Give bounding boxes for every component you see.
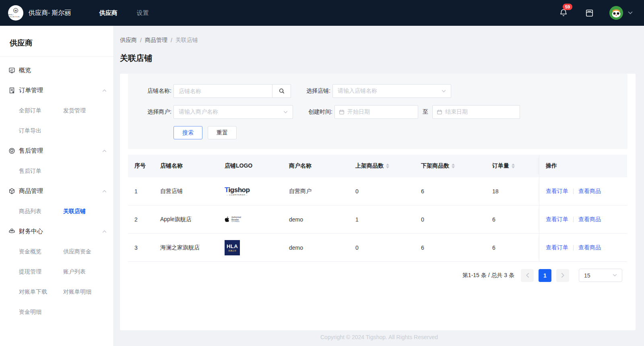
sort-desc-icon[interactable] — [452, 166, 455, 168]
tigshop-logo-rest: igshop — [229, 186, 250, 194]
start-date-input[interactable]: 开始日期 — [334, 105, 418, 119]
chevron-down-icon — [283, 111, 288, 114]
select-merchant-placeholder: 请输入商户名称 — [179, 108, 283, 116]
reset-button[interactable]: 重置 — [208, 126, 237, 139]
page-number-1[interactable]: 1 — [539, 269, 551, 282]
breadcrumb-separator: / — [140, 37, 142, 44]
table-row: 1 自营店铺 Tigshop — 企业级跨境电商系统 — 自营商户 0 6 18… — [128, 177, 627, 205]
view-orders-link[interactable]: 查看订单 — [546, 244, 568, 251]
col-actions: 操作 — [539, 155, 627, 177]
view-products-link[interactable]: 查看商品 — [578, 216, 601, 223]
breadcrumb-separator: / — [171, 37, 172, 44]
sort-asc-icon[interactable] — [452, 164, 455, 166]
shop-name: 自营店铺 — [154, 177, 218, 205]
sidebar-group-aftersale[interactable]: 售后管理 — [0, 141, 114, 161]
next-page-button[interactable] — [556, 269, 569, 282]
nav-supplier[interactable]: 供应商 — [99, 9, 118, 17]
calendar-icon — [437, 109, 442, 115]
sidebar-item-product-list[interactable]: 商品列表 — [19, 201, 63, 221]
search-button[interactable]: 搜索 — [173, 126, 202, 139]
sidebar-item-overview[interactable]: 概览 — [0, 60, 114, 80]
sidebar-item-withdrawal[interactable]: 提现管理 — [19, 261, 63, 282]
user-avatar[interactable] — [609, 6, 623, 20]
avatar-chevron-down-icon[interactable] — [628, 11, 633, 15]
search-icon — [279, 88, 285, 94]
shop-name: Apple旗舰店 — [154, 205, 218, 234]
sort-desc-icon[interactable] — [386, 166, 389, 168]
breadcrumb-supplier[interactable]: 供应商 — [120, 37, 137, 44]
sidebar-group-label: 商品管理 — [19, 187, 43, 195]
view-orders-link[interactable]: 查看订单 — [546, 216, 568, 223]
finance-icon — [8, 228, 15, 235]
sort-asc-icon[interactable] — [512, 164, 515, 166]
end-date-placeholder: 结束日期 — [445, 108, 468, 116]
sidebar-group-products[interactable]: 商品管理 — [0, 181, 114, 201]
view-products-link[interactable]: 查看商品 — [578, 188, 601, 195]
select-shop-dropdown[interactable]: 请输入店铺名称 — [332, 84, 451, 98]
aftersale-submenu: 售后订单 — [0, 161, 114, 181]
notification-badge: 59 — [563, 4, 572, 10]
sidebar-item-supplier-funds[interactable]: 供应商资金 — [63, 241, 107, 261]
view-products-link[interactable]: 查看商品 — [578, 244, 601, 251]
actions-cell: 查看订单 查看商品 — [539, 234, 627, 262]
tigshop-logo: Tigshop — 企业级跨境电商系统 — — [225, 186, 250, 196]
sidebar-item-all-orders[interactable]: 全部订单 — [19, 100, 63, 120]
apple-logo: Authorized Reseller 官方授权店 — [225, 216, 241, 223]
chevron-up-icon[interactable] — [102, 89, 107, 92]
filter-panel: 店铺名称: 选择店铺: 请输入店铺名称 — [128, 74, 627, 149]
sidebar-item-shipping[interactable]: 发货管理 — [63, 100, 107, 120]
view-orders-link[interactable]: 查看订单 — [546, 188, 568, 195]
content-card: 店铺名称: 选择店铺: 请输入店铺名称 — [120, 74, 636, 330]
row-index: 3 — [128, 234, 154, 262]
sidebar-item-funds-detail[interactable]: 资金明细 — [19, 302, 63, 322]
sort-control[interactable] — [512, 164, 515, 168]
sidebar-item-statement-detail[interactable]: 对账单明细 — [63, 282, 107, 302]
sidebar-item-funds-overview[interactable]: 资金概览 — [19, 241, 63, 261]
sidebar-item-aftersale-orders[interactable]: 售后订单 — [19, 161, 63, 181]
date-range-to-label: 至 — [423, 108, 428, 116]
sidebar-group-orders[interactable]: 订单管理 — [0, 80, 114, 100]
prev-page-button[interactable] — [521, 269, 534, 282]
store-switcher[interactable] — [585, 8, 594, 18]
sort-control[interactable] — [452, 164, 455, 168]
pagination: 第1-15 条 / 总共 3 条 1 15 — [120, 269, 622, 282]
hla-logo-subtext: 海澜之家 — [228, 250, 236, 252]
sidebar-group-label: 售后管理 — [19, 147, 43, 155]
table-row: 2 Apple旗舰店 Authorized Reseller 官方授权店 — [128, 205, 627, 234]
breadcrumb-linked-shops: 关联店铺 — [175, 37, 198, 44]
chevron-up-icon[interactable] — [102, 230, 107, 233]
shop-name: 海澜之家旗舰店 — [154, 234, 218, 262]
select-merchant-label: 选择商户: — [141, 108, 171, 116]
sort-control[interactable] — [386, 164, 389, 168]
row-index: 1 — [128, 177, 154, 205]
off-sale-count: 6 — [415, 177, 486, 205]
sidebar-item-statement-download[interactable]: 对账单下载 — [19, 282, 63, 302]
sidebar-group-finance[interactable]: 财务中心 — [0, 221, 114, 241]
shop-name-search-button[interactable] — [272, 84, 291, 98]
aftersale-icon — [8, 147, 15, 154]
sort-asc-icon[interactable] — [386, 164, 389, 166]
sidebar-item-account-list[interactable]: 账户列表 — [63, 261, 107, 282]
shop-logo-cell: Tigshop — 企业级跨境电商系统 — — [218, 177, 283, 205]
shop-name-input[interactable] — [173, 84, 272, 98]
breadcrumb-product-management[interactable]: 商品管理 — [145, 37, 167, 44]
sidebar-item-order-export[interactable]: 订单导出 — [19, 120, 63, 141]
chevron-up-icon[interactable] — [102, 149, 107, 152]
on-sale-count: 0 — [349, 177, 415, 205]
chevron-up-icon[interactable] — [102, 190, 107, 193]
off-sale-count: 6 — [415, 234, 486, 262]
nav-settings[interactable]: 设置 — [137, 9, 149, 17]
tigshop-logo-subtext: — 企业级跨境电商系统 — — [227, 194, 248, 196]
col-merchant-name: 商户名称 — [283, 155, 349, 177]
sidebar-title: 供应商 — [0, 26, 114, 56]
col-index: 序号 — [128, 155, 154, 177]
notification-bell[interactable]: 59 — [559, 8, 568, 17]
sidebar-item-linked-shops[interactable]: 关联店铺 — [63, 201, 107, 221]
off-sale-count: 0 — [415, 205, 486, 234]
select-merchant-dropdown[interactable]: 请输入商户名称 — [173, 105, 293, 119]
end-date-input[interactable]: 结束日期 — [432, 105, 520, 119]
page-size-select[interactable]: 15 — [579, 269, 622, 282]
merchant-name: 自营商户 — [283, 177, 349, 205]
shop-name-label: 店铺名称: — [141, 87, 171, 95]
sort-desc-icon[interactable] — [512, 166, 515, 168]
